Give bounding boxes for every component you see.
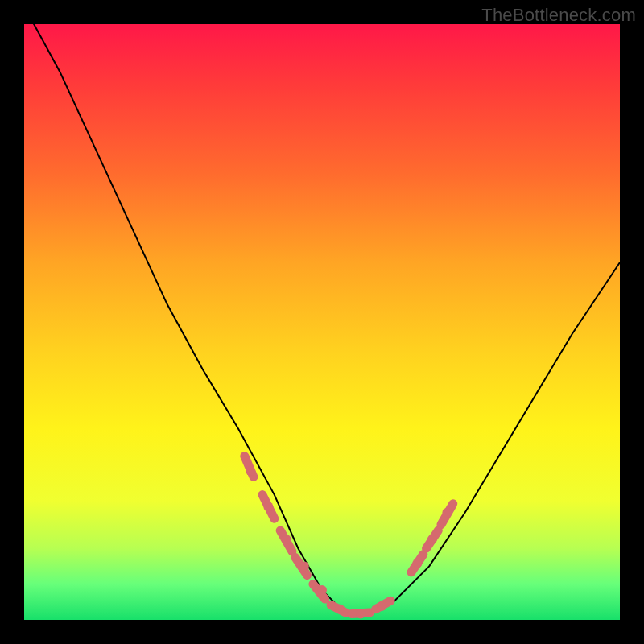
highlight-dot — [442, 508, 452, 518]
chart-svg — [24, 24, 620, 620]
highlight-dot — [317, 585, 327, 595]
highlight-dot — [282, 535, 291, 544]
highlight-dots — [246, 466, 452, 619]
highlight-dot — [412, 559, 422, 568]
chart-frame: TheBottleneck.com — [0, 0, 644, 644]
attribution-text: TheBottleneck.com — [481, 5, 636, 26]
bottleneck-curve — [24, 24, 620, 614]
highlight-dot — [299, 561, 309, 571]
plot-area — [24, 24, 620, 620]
highlight-dot — [377, 601, 386, 611]
highlight-dot — [246, 466, 255, 476]
highlight-dot — [427, 535, 437, 544]
highlight-segments — [245, 456, 453, 614]
highlight-dot — [356, 609, 365, 619]
highlight-dot — [335, 605, 345, 614]
highlight-dot — [263, 502, 273, 511]
